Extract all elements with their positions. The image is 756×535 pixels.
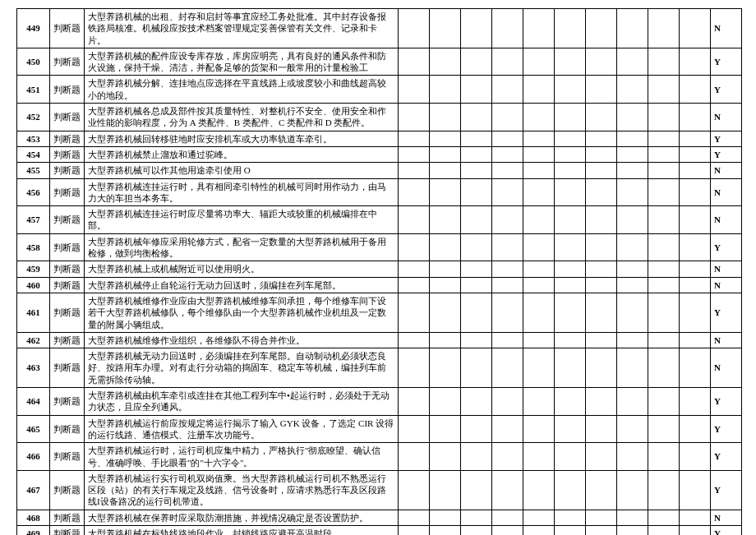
blank-cell: [430, 206, 461, 234]
answer-cell: Y: [711, 131, 742, 146]
blank-cell: [555, 510, 586, 525]
blank-cell: [555, 163, 586, 178]
blank-cell: [586, 332, 617, 348]
blank-cell: [680, 415, 711, 443]
table-row: 469判断题大型养路机械在标轨线路地段作业，封锁线路应避开高温时段。Y: [17, 525, 742, 535]
answer-cell: N: [711, 163, 742, 178]
blank-cell: [555, 332, 586, 348]
blank-cell: [617, 277, 648, 293]
blank-cell: [461, 388, 492, 416]
blank-cell: [430, 131, 461, 146]
answer-cell: N: [711, 332, 742, 348]
blank-cell: [680, 76, 711, 104]
blank-cell: [617, 233, 648, 261]
blank-cell: [461, 525, 492, 535]
blank-cell: [680, 470, 711, 510]
blank-cell: [586, 470, 617, 510]
blank-cell: [680, 104, 711, 131]
blank-cell: [492, 9, 523, 48]
blank-cell: [399, 293, 430, 332]
question-type: 判断题: [50, 163, 85, 178]
question-text: 大型养路机械可以作其他用途牵引使用 O: [85, 163, 399, 178]
blank-cell: [586, 131, 617, 146]
blank-cell: [555, 293, 586, 332]
blank-cell: [492, 443, 523, 471]
question-text: 大型养路机械的出租、封存和启封等事宜应经工务处批准。其中封存设备报铁路局核准。机…: [85, 9, 399, 48]
blank-cell: [461, 48, 492, 76]
row-number: 466: [17, 443, 50, 471]
blank-cell: [586, 277, 617, 293]
blank-cell: [461, 415, 492, 443]
answer-cell: Y: [711, 146, 742, 162]
blank-cell: [492, 525, 523, 535]
blank-cell: [617, 332, 648, 348]
question-type: 判断题: [50, 206, 85, 234]
blank-cell: [648, 510, 680, 525]
table-row: 455判断题大型养路机械可以作其他用途牵引使用 ON: [17, 163, 742, 178]
row-number: 465: [17, 415, 50, 443]
blank-cell: [523, 332, 555, 348]
blank-cell: [430, 178, 461, 206]
question-text: 大型养路机械年修应采用轮修方式，配省一定数量的大型养路机械用于备用检修，做到均衡…: [85, 233, 399, 261]
row-number: 449: [17, 9, 50, 48]
question-type: 判断题: [50, 48, 85, 76]
blank-cell: [430, 388, 461, 416]
blank-cell: [680, 233, 711, 261]
blank-cell: [492, 293, 523, 332]
blank-cell: [648, 178, 680, 206]
table-row: 452判断题大型养路机械各总成及部件按其质量特性、对整机行不安全、使用安全和作业…: [17, 104, 742, 131]
question-text: 大型养路机械连挂运行时，具有相同牵引特性的机械可同时用作动力，由马力大的车担当本…: [85, 178, 399, 206]
blank-cell: [399, 48, 430, 76]
row-number: 451: [17, 76, 50, 104]
answer-cell: N: [711, 9, 742, 48]
question-type: 判断题: [50, 76, 85, 104]
blank-cell: [492, 178, 523, 206]
table-row: 454判断题大型养路机械禁止溜放和通过驼峰。Y: [17, 146, 742, 162]
blank-cell: [399, 525, 430, 535]
blank-cell: [680, 348, 711, 388]
blank-cell: [680, 131, 711, 146]
blank-cell: [680, 277, 711, 293]
blank-cell: [492, 104, 523, 131]
blank-cell: [430, 9, 461, 48]
question-type: 判断题: [50, 9, 85, 48]
blank-cell: [399, 415, 430, 443]
blank-cell: [586, 178, 617, 206]
blank-cell: [399, 277, 430, 293]
blank-cell: [617, 48, 648, 76]
blank-cell: [430, 76, 461, 104]
blank-cell: [555, 388, 586, 416]
blank-cell: [430, 261, 461, 277]
blank-cell: [492, 510, 523, 525]
blank-cell: [430, 146, 461, 162]
question-text: 大型养路机械回转移驻地时应安排机车或大功率轨道车牵引。: [85, 131, 399, 146]
question-text: 大型养路机械各总成及部件按其质量特性、对整机行不安全、使用安全和作业性能的影响程…: [85, 104, 399, 131]
blank-cell: [461, 9, 492, 48]
blank-cell: [461, 131, 492, 146]
question-text: 大型养路机械在保养时应采取防潮措施，并视情况确定是否设置防护。: [85, 510, 399, 525]
question-text: 大型养路机械停止自轮运行无动力回送时，须编挂在列车尾部。: [85, 277, 399, 293]
blank-cell: [430, 470, 461, 510]
blank-cell: [617, 261, 648, 277]
blank-cell: [399, 178, 430, 206]
blank-cell: [399, 332, 430, 348]
blank-cell: [492, 470, 523, 510]
answer-cell: N: [711, 104, 742, 131]
question-type: 判断题: [50, 261, 85, 277]
question-text: 大型养路机械连挂运行时应尽量将功率大、辐距大或较重的机械编排在中部。: [85, 206, 399, 234]
blank-cell: [680, 146, 711, 162]
blank-cell: [648, 261, 680, 277]
blank-cell: [648, 443, 680, 471]
blank-cell: [617, 415, 648, 443]
blank-cell: [430, 332, 461, 348]
blank-cell: [680, 525, 711, 535]
blank-cell: [555, 261, 586, 277]
row-number: 459: [17, 261, 50, 277]
blank-cell: [680, 510, 711, 525]
blank-cell: [617, 443, 648, 471]
question-text: 大型养路机械禁止溜放和通过驼峰。: [85, 146, 399, 162]
blank-cell: [586, 525, 617, 535]
blank-cell: [461, 233, 492, 261]
blank-cell: [399, 388, 430, 416]
blank-cell: [430, 163, 461, 178]
